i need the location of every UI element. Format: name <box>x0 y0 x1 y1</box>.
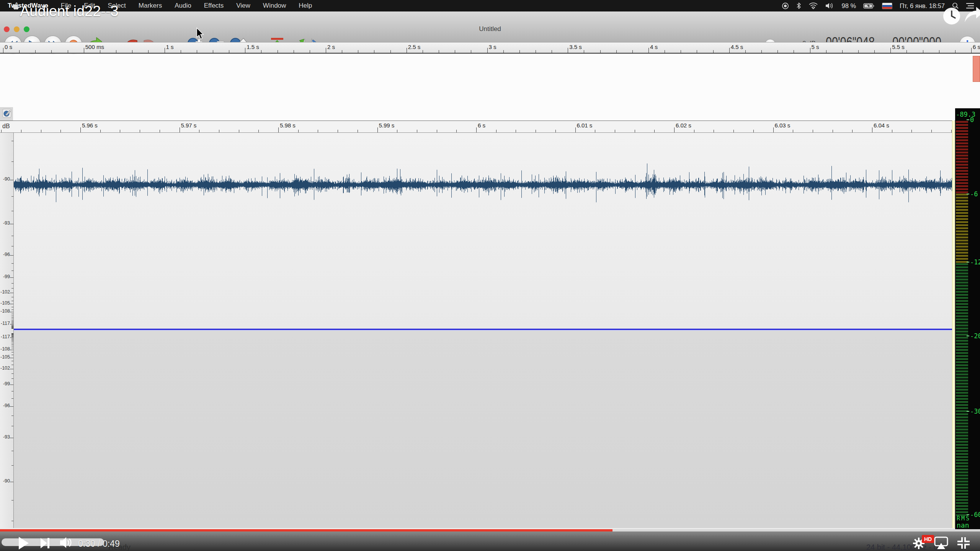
main-ruler-label: 500 ms <box>85 44 104 50</box>
db-scale-tick <box>11 378 13 379</box>
main-ruler-tick <box>19 50 20 53</box>
main-ruler-tick <box>278 50 278 53</box>
db-scale-tick <box>11 316 13 316</box>
db-scale-gutter: -90-90-93-93-96-96-99-99-102-102-105-105… <box>0 133 14 528</box>
battery-charging-icon[interactable] <box>863 3 875 9</box>
main-ruler-tick <box>536 50 536 53</box>
wave-ruler-label: 5.99 s <box>379 122 395 129</box>
main-ruler-tick <box>116 50 116 53</box>
keyboard-layout-flag-ru[interactable] <box>882 3 892 9</box>
menu-volume-icon[interactable] <box>825 2 835 9</box>
meter-scale-label: -6 <box>970 190 978 198</box>
mouse-cursor <box>196 28 205 40</box>
db-scale-tick <box>10 337 13 338</box>
db-scale-tick <box>11 320 13 321</box>
main-ruler-tick <box>648 48 649 53</box>
hd-quality-badge[interactable]: HD <box>922 535 934 543</box>
wave-ruler-tick <box>773 127 774 132</box>
main-ruler-tick <box>681 50 681 53</box>
wave-ruler-label: 6.02 s <box>676 122 691 129</box>
db-scale-label: -105 <box>0 300 10 306</box>
main-ruler-label: 1.5 s <box>247 44 259 50</box>
db-scale-tick <box>11 211 13 211</box>
main-ruler-tick <box>165 48 165 53</box>
db-scale-tick <box>11 343 13 343</box>
db-scale-tick <box>10 324 13 324</box>
main-ruler-tick <box>197 50 197 53</box>
wave-ruler-label: 6.03 s <box>775 122 791 129</box>
meter-rms-value: nan <box>957 521 969 529</box>
wave-ruler-tick <box>1 130 2 132</box>
player-airplay-button[interactable] <box>934 536 948 549</box>
main-ruler-tick <box>745 50 746 53</box>
main-ruler-tick <box>923 50 923 53</box>
meter-led-zone <box>956 194 968 263</box>
main-ruler-tick <box>729 48 730 53</box>
menu-item-help[interactable]: Help <box>299 2 312 10</box>
menu-item-view[interactable]: View <box>236 2 250 10</box>
menu-item-effects[interactable]: Effects <box>204 2 224 10</box>
db-scale-label: -90 <box>3 478 10 484</box>
share-button[interactable] <box>964 6 980 23</box>
main-ruler-tick <box>665 50 665 53</box>
player-fullscreen-button[interactable] <box>956 536 971 549</box>
main-ruler-tick <box>374 50 374 53</box>
meter-scale-tick <box>967 194 969 194</box>
overview-pane[interactable] <box>0 54 980 121</box>
db-scale-tick <box>11 321 13 322</box>
main-ruler-tick <box>3 48 3 53</box>
bluetooth-icon[interactable] <box>796 2 801 10</box>
menu-datetime[interactable]: Пт, 6 янв. 18:57 <box>900 2 945 10</box>
db-scale-tick <box>11 236 13 236</box>
video-progress-played[interactable] <box>0 529 612 531</box>
wave-ruler-tick <box>694 130 694 132</box>
db-scale-tick <box>11 416 13 416</box>
screen-record-icon[interactable] <box>782 2 789 10</box>
main-timeline-ruler[interactable]: 0 s500 ms1 s1.5 s2 s2.5 s3 s3.5 s4 s4.5 … <box>0 42 980 54</box>
main-ruler-tick <box>842 50 843 53</box>
main-ruler-tick <box>826 50 826 53</box>
menu-item-markers[interactable]: Markers <box>139 2 162 10</box>
meter-scale-tick <box>967 336 969 336</box>
playhead-cursor[interactable] <box>952 121 955 528</box>
wave-ruler-tick <box>417 130 417 132</box>
db-scale-label: -108 <box>0 308 10 314</box>
wave-area-lower[interactable] <box>14 329 952 528</box>
db-scale-tick <box>11 361 13 361</box>
menu-item-audio[interactable]: Audio <box>175 2 191 10</box>
main-ruler-tick <box>971 48 972 53</box>
wave-timeline-ruler[interactable]: dB 5.96 s5.97 s5.98 s5.99 s6 s6.01 s6.02… <box>0 121 955 133</box>
main-ruler-tick <box>794 50 794 53</box>
player-next-button[interactable] <box>41 538 49 548</box>
wave-ruler-tick <box>833 130 833 132</box>
player-play-icon <box>18 537 29 549</box>
db-scale-tick <box>11 317 13 318</box>
player-volume-button[interactable] <box>60 537 72 548</box>
db-scale-tick <box>11 288 13 289</box>
db-scale-tick <box>10 293 13 293</box>
main-ruler-tick <box>697 50 697 53</box>
db-scale-tick <box>11 334 13 335</box>
player-volume-icon <box>60 537 72 548</box>
main-ruler-tick <box>229 50 229 53</box>
main-ruler-tick <box>390 50 391 53</box>
player-play-button[interactable] <box>18 537 29 549</box>
watch-later-button[interactable] <box>942 7 961 25</box>
wifi-icon[interactable] <box>808 2 818 9</box>
video-progress-remaining[interactable] <box>612 529 980 531</box>
zero-line-glow <box>14 330 952 331</box>
db-scale-label: -105 <box>0 354 10 360</box>
main-ruler-tick <box>890 48 891 53</box>
main-ruler-tick <box>552 50 552 53</box>
db-scale-tick <box>11 451 13 451</box>
document-icon[interactable] <box>2 109 11 118</box>
apple-menu-icon[interactable] <box>13 2 19 10</box>
main-ruler-tick <box>213 50 213 53</box>
wave-ruler-tick <box>318 130 318 132</box>
waveform-canvas[interactable] <box>14 152 952 217</box>
menu-item-window[interactable]: Window <box>263 2 286 10</box>
video-title-overlay: Audient id22--3 <box>20 3 119 20</box>
db-scale-tick <box>11 323 13 324</box>
meter-scale-tick <box>967 262 969 262</box>
db-scale-tick <box>11 314 13 314</box>
